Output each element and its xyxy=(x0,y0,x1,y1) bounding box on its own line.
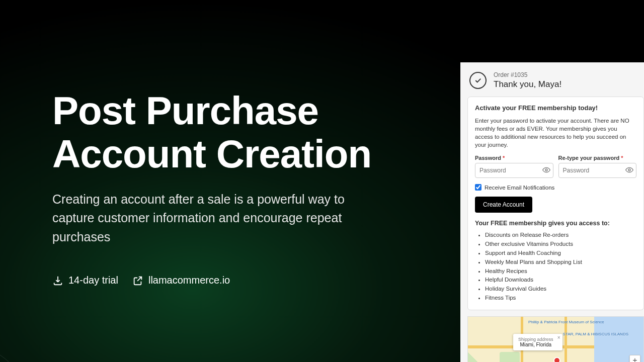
map-tooltip: × Shipping address Miami, Florida xyxy=(513,334,562,350)
email-notifications-input[interactable] xyxy=(475,184,481,191)
download-icon xyxy=(52,275,63,286)
trial-badge: 14-day trial xyxy=(52,275,118,286)
list-item: Helpful Downloads xyxy=(485,276,636,285)
list-item: Fitness Tips xyxy=(485,294,636,303)
benefits-heading: Your FREE membership gives you access to… xyxy=(475,220,636,227)
eye-icon[interactable] xyxy=(542,166,550,174)
map-zoom-control: + − xyxy=(629,355,640,362)
svg-point-0 xyxy=(545,169,547,171)
eye-icon[interactable] xyxy=(625,166,633,174)
password-input[interactable] xyxy=(475,163,553,178)
activate-membership-card: Activate your FREE membership today! Ent… xyxy=(467,97,644,310)
create-account-button[interactable]: Create Account xyxy=(475,197,532,213)
map-pin-icon xyxy=(552,355,562,362)
list-item: Healthy Recipes xyxy=(485,267,636,276)
close-icon[interactable]: × xyxy=(557,335,560,340)
retype-password-label: Re-type your password * xyxy=(558,155,637,161)
map-poi-label: Phillip & Patricia Frost Museum of Scien… xyxy=(528,320,604,324)
checkmark-icon xyxy=(469,72,487,89)
password-label: Password * xyxy=(475,155,553,161)
checkout-preview-panel: Order #1035 Thank you, Maya! Activate yo… xyxy=(460,62,644,362)
activate-heading: Activate your FREE membership today! xyxy=(475,104,636,112)
list-item: Discounts on Release Re-orders xyxy=(485,231,636,240)
external-link-icon xyxy=(132,275,143,286)
svg-point-1 xyxy=(628,169,630,171)
list-item: Weekly Meal Plans and Shopping List xyxy=(485,258,636,267)
order-number: Order #1035 xyxy=(494,71,561,78)
benefits-list: Discounts on Release Re-orders Other exc… xyxy=(475,231,636,303)
hero-section: Post Purchase Account Creation Creating … xyxy=(52,89,435,286)
list-item: Support and Health Coaching xyxy=(485,249,636,258)
site-link[interactable]: llamacommerce.io xyxy=(132,275,230,286)
zoom-in-button[interactable]: + xyxy=(630,355,640,362)
map-poi-label: STAR, PALM & HIBISCUS ISLANDS xyxy=(563,332,628,336)
retype-password-input[interactable] xyxy=(558,163,637,178)
page-title: Post Purchase Account Creation xyxy=(52,89,435,176)
list-item: Other exclusive Vitamins Products xyxy=(485,240,636,249)
email-notifications-checkbox[interactable]: Receive Email Notifications xyxy=(475,184,636,191)
list-item: Holiday Survival Guides xyxy=(485,285,636,294)
shipping-map[interactable]: Phillip & Patricia Frost Museum of Scien… xyxy=(467,316,644,362)
page-subtitle: Creating an account after a sale is a po… xyxy=(52,190,374,247)
thank-you-message: Thank you, Maya! xyxy=(494,79,561,89)
activate-body: Enter your password to activate your acc… xyxy=(475,117,636,149)
